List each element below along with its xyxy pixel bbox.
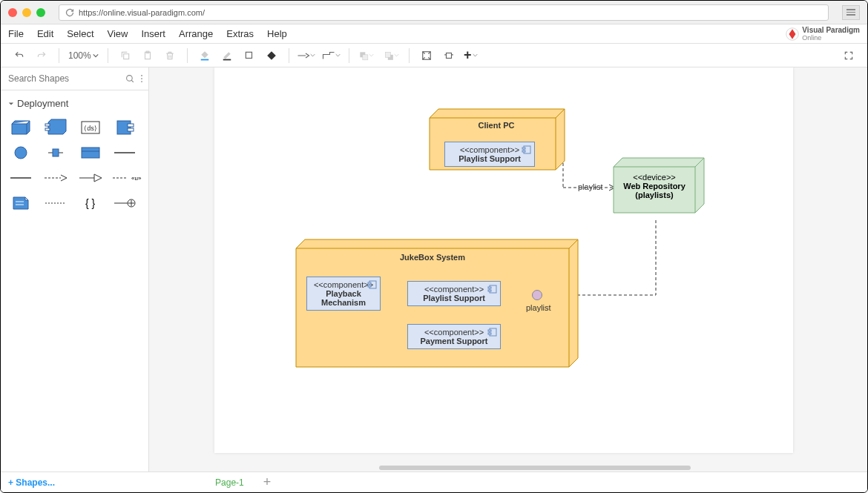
more-icon[interactable] bbox=[138, 73, 145, 84]
url-text: https://online.visual-paradigm.com/ bbox=[79, 8, 205, 17]
component-payment-support[interactable]: <<component>> Payment Support bbox=[407, 324, 501, 349]
to-back-button[interactable] bbox=[384, 47, 400, 64]
canvas-area[interactable]: Client PC <<component>> Playlist Support… bbox=[149, 67, 867, 472]
copy-button[interactable] bbox=[117, 47, 134, 64]
page-tab[interactable]: Page-1 bbox=[203, 474, 256, 491]
node-web-repository[interactable]: <<device>> Web Repository (playlists) bbox=[614, 167, 703, 220]
node-client-pc[interactable]: Client PC <<component>> Playlist Support bbox=[430, 118, 563, 177]
menu-insert[interactable]: Insert bbox=[141, 28, 165, 39]
device-name: Web Repository bbox=[614, 182, 695, 191]
shape-usage[interactable]: «u» bbox=[112, 168, 137, 188]
shape-anchor[interactable] bbox=[43, 193, 68, 213]
svg-rect-28 bbox=[53, 149, 59, 156]
shape-dependency[interactable] bbox=[43, 168, 68, 188]
maximize-window-button[interactable] bbox=[36, 8, 45, 17]
label-playlist-1: playlist bbox=[578, 182, 603, 191]
svg-point-18 bbox=[141, 81, 142, 82]
add-page-button[interactable]: + bbox=[263, 474, 272, 490]
shape-deployment-spec[interactable]: ⟨ds⟩ bbox=[78, 118, 103, 137]
shape-interface-circle[interactable] bbox=[8, 143, 33, 162]
shapes-palette: ⟨ds⟩ «u» { } bbox=[1, 113, 148, 217]
fill-color-button[interactable] bbox=[197, 47, 213, 64]
svg-rect-4 bbox=[200, 59, 208, 60]
section-deployment[interactable]: Deployment bbox=[1, 90, 148, 113]
node-jukebox[interactable]: JukeBox System <<component>> Playback Me… bbox=[296, 248, 575, 374]
canvas[interactable]: Client PC <<component>> Playlist Support… bbox=[214, 67, 793, 453]
svg-rect-5 bbox=[223, 59, 231, 60]
svg-rect-19 bbox=[45, 124, 50, 126]
delete-button[interactable] bbox=[162, 47, 178, 64]
component-icon bbox=[368, 280, 377, 289]
svg-rect-9 bbox=[363, 54, 368, 59]
brand-line1: Visual Paradigm bbox=[802, 26, 860, 34]
shape-constraint[interactable]: { } bbox=[78, 193, 103, 213]
component-name: Playlist Support bbox=[451, 154, 528, 163]
port-playlist[interactable] bbox=[532, 290, 542, 300]
autosize-button[interactable] bbox=[441, 47, 457, 64]
component-stereotype: <<component>> bbox=[414, 285, 494, 294]
theme-button[interactable] bbox=[263, 47, 280, 64]
shape-node[interactable] bbox=[8, 118, 33, 137]
label-playlist-2: playlist bbox=[526, 303, 551, 312]
to-front-button[interactable] bbox=[358, 47, 375, 64]
menu-edit[interactable]: Edit bbox=[37, 28, 53, 39]
title-bar: https://online.visual-paradigm.com/ bbox=[1, 1, 867, 24]
shape-generalization[interactable] bbox=[78, 168, 103, 188]
shape-port[interactable] bbox=[43, 143, 68, 162]
search-row bbox=[1, 67, 148, 90]
main-area: Deployment ⟨ds⟩ «u» { } bbox=[1, 67, 867, 472]
shadow-button[interactable] bbox=[241, 47, 257, 64]
menu-help[interactable]: Help bbox=[267, 28, 287, 39]
menu-select[interactable]: Select bbox=[67, 28, 93, 39]
toolbar: 100% + bbox=[1, 44, 867, 67]
search-input[interactable] bbox=[5, 70, 122, 87]
component-icon bbox=[488, 328, 497, 337]
brand-icon bbox=[786, 27, 799, 41]
menu-icon[interactable] bbox=[842, 5, 860, 20]
close-window-button[interactable] bbox=[8, 8, 17, 17]
shape-note[interactable] bbox=[8, 193, 33, 213]
url-bar[interactable]: https://online.visual-paradigm.com/ bbox=[59, 4, 829, 21]
menu-arrange[interactable]: Arrange bbox=[179, 28, 213, 39]
window-controls bbox=[8, 8, 45, 17]
zoom-selector[interactable]: 100% bbox=[68, 50, 99, 61]
shape-instance[interactable] bbox=[78, 143, 103, 162]
shape-association2[interactable] bbox=[8, 168, 33, 188]
shape-component[interactable] bbox=[43, 118, 68, 137]
search-icon[interactable] bbox=[125, 74, 135, 84]
chevron-down-icon bbox=[473, 53, 478, 58]
shape-artifact[interactable] bbox=[112, 118, 137, 137]
redo-button[interactable] bbox=[33, 47, 50, 64]
connection-button[interactable] bbox=[298, 47, 315, 64]
component-playlist-support-client[interactable]: <<component>> Playlist Support bbox=[444, 142, 535, 167]
fullscreen-button[interactable] bbox=[841, 47, 857, 64]
paste-button[interactable] bbox=[139, 47, 156, 64]
menu-view[interactable]: View bbox=[108, 28, 128, 39]
brand: Visual Paradigm Online bbox=[786, 26, 860, 42]
node-title: Client PC bbox=[430, 121, 563, 130]
fit-button[interactable] bbox=[418, 47, 435, 64]
component-playlist-support-jukebox[interactable]: <<component>> Playlist Support bbox=[407, 281, 501, 306]
component-playback-mechanism[interactable]: <<component>> Playback Mechanism bbox=[306, 277, 381, 311]
shape-association[interactable] bbox=[112, 143, 137, 162]
svg-rect-29 bbox=[82, 148, 99, 158]
chevron-down-icon bbox=[394, 53, 399, 58]
waypoint-button[interactable] bbox=[323, 47, 340, 64]
horizontal-scrollbar[interactable] bbox=[379, 466, 691, 470]
svg-rect-6 bbox=[246, 52, 251, 58]
footer: + Shapes... Page-1 + bbox=[1, 472, 867, 492]
component-name: Playback Mechanism bbox=[313, 289, 374, 307]
svg-rect-23 bbox=[117, 121, 131, 134]
minimize-window-button[interactable] bbox=[22, 8, 31, 17]
more-shapes-link[interactable]: + Shapes... bbox=[8, 477, 55, 488]
brand-line2: Online bbox=[802, 34, 860, 42]
line-color-button[interactable] bbox=[219, 47, 235, 64]
component-icon bbox=[522, 145, 531, 154]
add-button[interactable]: + bbox=[463, 47, 479, 64]
component-stereotype: <<component>> bbox=[313, 280, 374, 289]
svg-line-15 bbox=[131, 80, 134, 82]
menu-file[interactable]: File bbox=[8, 28, 24, 39]
undo-button[interactable] bbox=[11, 47, 27, 64]
shape-containment[interactable] bbox=[112, 193, 137, 213]
menu-extras[interactable]: Extras bbox=[226, 28, 254, 39]
